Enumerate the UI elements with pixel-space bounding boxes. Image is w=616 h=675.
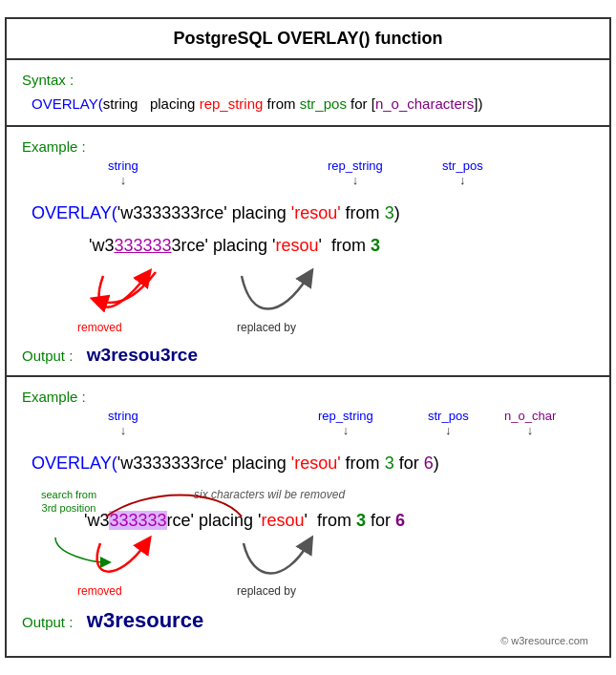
n-o-char-label: n_o_char↓ — [504, 409, 556, 437]
output-section-1: Output : w3resou3rce — [22, 345, 594, 366]
output-section-2: Output : w3resource — [22, 608, 594, 633]
rep-string-label-2: rep_string↓ — [318, 409, 373, 437]
overlay-call-2: OVERLAY('w3333333rce' placing 'resou' fr… — [32, 451, 594, 476]
str-pos-label-1: str_pos↓ — [442, 158, 483, 187]
replaced-text-2: replaced by — [237, 584, 296, 598]
string-label-1: string↓ — [108, 158, 138, 187]
example2-label: Example : — [22, 389, 594, 405]
removed-text-2: removed — [77, 584, 122, 598]
visual-section-2: search from3rd position six characters w… — [32, 486, 594, 601]
visual-text-1: 'w33333333rce' placing 'resou' from 3 — [89, 236, 380, 256]
visual-text-2: 'w3333333rce' placing 'resou' from 3 for… — [84, 511, 405, 531]
output-label-1: Output : — [22, 348, 73, 364]
copyright: © w3resource.com — [22, 635, 594, 646]
example1-label: Example : — [22, 138, 594, 155]
syntax-label: Syntax : — [22, 72, 594, 88]
example2-section: Example : string↓ rep_string↓ str_pos↓ n… — [7, 377, 609, 656]
removed-text-1: removed — [77, 321, 122, 334]
string-label-2: string↓ — [108, 409, 138, 437]
str-pos-label-2: str_pos↓ — [428, 409, 469, 437]
page-title: PostgreSQL OVERLAY() function — [7, 19, 609, 60]
syntax-section: Syntax : OVERLAY(string placing rep_stri… — [7, 60, 609, 127]
syntax-line: OVERLAY(string placing rep_string from s… — [32, 94, 594, 116]
visual-section-1: 'w33333333rce' placing 'resou' from 3 — [32, 236, 594, 341]
arrows-svg-1: removed replaced by — [32, 263, 566, 339]
replaced-text-1: replaced by — [237, 321, 296, 334]
main-container: PostgreSQL OVERLAY() function Syntax : O… — [5, 17, 611, 658]
output-label-2: Output : — [22, 614, 73, 630]
example1-section: Example : string↓ rep_string↓ str_pos↓ O… — [7, 127, 609, 377]
six-chars-label: six characters wil be removed — [194, 488, 345, 501]
overlay-call-1: OVERLAY('w3333333rce' placing 'resou' fr… — [32, 200, 594, 226]
output-value-1: w3resou3rce — [87, 345, 198, 365]
arrows-svg-2: removed replaced by — [32, 536, 576, 602]
rep-string-label-1: rep_string↓ — [328, 158, 383, 187]
output-value-2: w3resource — [87, 608, 203, 632]
